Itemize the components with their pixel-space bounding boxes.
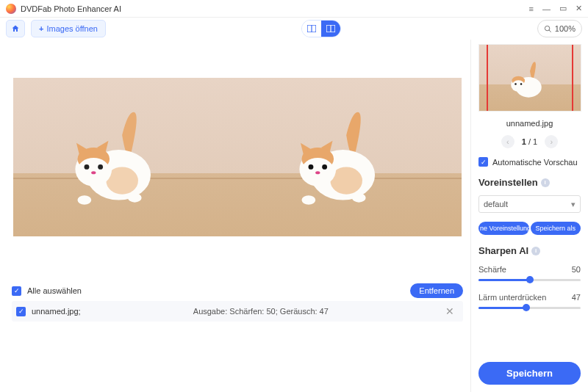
- output-info: Ausgabe: Schärfen: 50; Geräusch: 47: [87, 307, 435, 316]
- split-view-button[interactable]: [321, 21, 340, 37]
- svg-point-24: [301, 195, 315, 204]
- app-title: DVDFab Photo Enhancer AI: [21, 4, 529, 13]
- preview-before[interactable]: [13, 78, 237, 236]
- open-images-button[interactable]: + Images öffnen: [31, 20, 106, 37]
- svg-line-5: [549, 29, 551, 32]
- zoom-control[interactable]: 100%: [537, 20, 582, 37]
- single-view-button[interactable]: [302, 21, 321, 37]
- save-as-button[interactable]: Speichern als: [531, 222, 581, 235]
- page-total: 1: [533, 137, 537, 146]
- noise-label: Lärm unterdrücken: [478, 293, 546, 302]
- svg-point-31: [520, 83, 523, 85]
- noise-slider[interactable]: [478, 303, 581, 312]
- save-button[interactable]: Speichern: [478, 362, 581, 385]
- preset-selected-value: default: [484, 200, 508, 208]
- split-pane-icon: [326, 25, 335, 32]
- sharpness-slider[interactable]: [478, 275, 581, 284]
- home-icon: [11, 24, 20, 33]
- remove-file-icon[interactable]: ✕: [441, 305, 459, 317]
- svg-point-12: [98, 164, 103, 170]
- sharpen-heading: Sharpen AI: [478, 245, 528, 256]
- view-mode-toggle[interactable]: [301, 20, 341, 37]
- svg-point-23: [315, 171, 320, 174]
- sharpness-label: Schärfe: [478, 265, 506, 274]
- next-image-button[interactable]: ›: [545, 135, 558, 148]
- svg-point-14: [77, 195, 91, 204]
- svg-point-13: [91, 171, 96, 174]
- thumbnail[interactable]: [478, 44, 581, 112]
- preset-select[interactable]: default ▾: [478, 195, 581, 213]
- select-all-checkbox[interactable]: ✓: [12, 286, 21, 296]
- preview-after[interactable]: [237, 78, 462, 236]
- presets-heading: Voreinstellen: [478, 177, 538, 188]
- svg-point-20: [301, 158, 334, 183]
- file-checkbox[interactable]: ✓: [16, 307, 26, 316]
- chevron-down-icon: ▾: [571, 200, 576, 209]
- svg-point-25: [352, 193, 366, 202]
- file-row[interactable]: ✓ unnamed.jpg; Ausgabe: Schärfen: 50; Ge…: [12, 301, 463, 322]
- preview-area: [4, 40, 470, 275]
- svg-point-22: [322, 164, 327, 170]
- save-label: Speichern: [506, 368, 553, 379]
- home-button[interactable]: [6, 20, 25, 37]
- prev-image-button[interactable]: ‹: [501, 135, 514, 148]
- svg-point-30: [515, 83, 517, 85]
- cat-image-after: [278, 106, 404, 221]
- page-separator: /: [528, 137, 531, 146]
- cat-image-before: [54, 106, 179, 221]
- crop-guide-right: [572, 45, 573, 111]
- svg-point-15: [128, 193, 142, 202]
- thumbnail-name: unnamed.jpg: [478, 119, 581, 128]
- minimize-icon[interactable]: —: [542, 4, 551, 13]
- crop-guide-left: [487, 45, 488, 111]
- remove-label: Entfernen: [419, 286, 454, 295]
- svg-point-29: [512, 80, 526, 90]
- noise-value: 47: [572, 293, 581, 302]
- svg-point-11: [84, 164, 89, 170]
- svg-point-10: [77, 158, 110, 183]
- zoom-icon: [544, 25, 552, 33]
- close-icon[interactable]: ✕: [576, 4, 582, 13]
- single-pane-icon: [307, 25, 316, 32]
- sharpen-info-icon[interactable]: i: [531, 247, 540, 255]
- remove-button[interactable]: Entfernen: [410, 283, 463, 298]
- save-my-preset-button[interactable]: ne Voreinstellung speich: [478, 222, 529, 235]
- app-logo: [6, 4, 16, 14]
- file-name: unnamed.jpg;: [32, 307, 81, 316]
- maximize-icon[interactable]: ▭: [559, 4, 567, 13]
- auto-preview-label: Automatische Vorschau: [492, 158, 578, 167]
- plus-icon: +: [39, 24, 43, 33]
- zoom-value: 100%: [555, 24, 576, 33]
- window-menu-icon[interactable]: ≡: [529, 4, 534, 13]
- select-all-label: Alle auswählen: [27, 286, 82, 295]
- open-images-label: Images öffnen: [46, 24, 98, 33]
- svg-point-4: [545, 26, 549, 30]
- page-current: 1: [522, 137, 526, 146]
- svg-point-21: [308, 164, 313, 170]
- sharpness-value: 50: [572, 265, 581, 274]
- cat-thumbnail: [501, 59, 554, 106]
- presets-info-icon[interactable]: i: [541, 178, 550, 187]
- auto-preview-checkbox[interactable]: ✓: [478, 157, 488, 167]
